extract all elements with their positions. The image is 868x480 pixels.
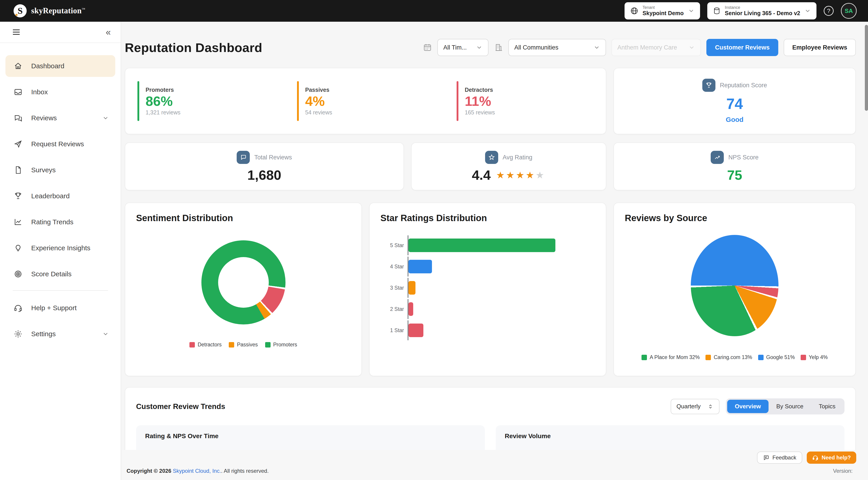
reputation-score-card: Reputation Score 74 Good [614, 68, 856, 134]
total-reviews-card: Total Reviews 1,680 [125, 143, 404, 190]
avg-rating-value: 4.4 [472, 169, 491, 182]
trends-tabs: Overview By Source Topics [726, 398, 844, 414]
chevron-down-icon [593, 44, 600, 51]
chevron-down-icon [476, 44, 483, 51]
source-legend: A Place for Mom 32% Caring.com 13% Googl… [625, 354, 844, 360]
avatar[interactable]: SA [841, 3, 857, 19]
topbar-right: Tenant Skypoint Demo Instance Senior Liv… [625, 2, 857, 20]
tenant-selector[interactable]: Tenant Skypoint Demo [625, 2, 700, 20]
sidebar-item-inbox[interactable]: Inbox [5, 81, 115, 103]
communities-filter-select[interactable]: All Communities [508, 39, 606, 56]
gear-icon [13, 329, 23, 338]
legend-item[interactable]: Promoters [265, 342, 297, 348]
help-icon[interactable]: ? [824, 6, 834, 16]
main-content: Reputation Dashboard All Tim... [121, 22, 868, 480]
bar-2-star[interactable] [408, 302, 413, 316]
copyright-text: Copyright © 2026 Skypoint Cloud, Inc.. A… [127, 468, 269, 474]
chevron-down-icon [102, 115, 109, 121]
sidebar-item-score-details[interactable]: Score Details [5, 263, 115, 285]
tab-by-source[interactable]: By Source [769, 400, 811, 413]
instance-selector[interactable]: Instance Senior Living 365 - Demo v2 [707, 2, 816, 20]
bar-row: 4 Star [380, 260, 592, 273]
need-help-button[interactable]: Need help? [807, 451, 856, 464]
legend-item[interactable]: Yelp 4% [801, 354, 828, 360]
hamburger-menu-icon[interactable] [12, 28, 21, 37]
feedback-button[interactable]: Feedback [757, 451, 802, 464]
headset-icon [13, 303, 23, 312]
logo-dot [16, 14, 18, 16]
community-filter-select-disabled: Anthem Memory Care [612, 39, 701, 56]
bar-row: 2 Star [380, 302, 592, 316]
legend-item[interactable]: Google 51% [758, 354, 795, 360]
sidebar-item-reviews[interactable]: Reviews [5, 107, 115, 129]
sidebar-item-settings[interactable]: Settings [5, 323, 115, 345]
legend-item[interactable]: A Place for Mom 32% [642, 354, 700, 360]
sentiment-donut-chart[interactable] [202, 240, 285, 325]
chevron-down-icon [804, 7, 811, 14]
bar-5-star[interactable] [408, 239, 555, 252]
page-title: Reputation Dashboard [125, 40, 262, 55]
filters-bar: All Tim... All Communities Anthem Memory… [423, 39, 856, 56]
instance-label: Instance [725, 5, 800, 10]
trademark: ™ [82, 7, 85, 11]
detractors-bar [457, 81, 458, 121]
chevron-down-icon [688, 7, 694, 14]
sentiment-legend: Detractors Passives Promoters [136, 342, 350, 348]
brand-name: skyReputation™ [31, 6, 85, 16]
star-ratings-bar-chart: 5 Star 4 Star 3 Star 2 Star 1 Star [380, 239, 595, 337]
sidebar-item-leaderboard[interactable]: Leaderboard [5, 185, 115, 207]
inbox-icon [13, 88, 23, 96]
sidebar-item-dashboard[interactable]: Dashboard [5, 55, 115, 77]
avg-rating-card: Avg Rating 4.4 ★★★★★ [411, 143, 606, 190]
legend-item[interactable]: Passives [229, 342, 258, 348]
passives-stat: Passives 4% 54 reviews [286, 81, 445, 121]
chevron-down-icon [102, 331, 109, 337]
chat-bubble-badge-icon [237, 151, 250, 164]
feedback-bubble-icon [763, 454, 769, 461]
sidebar: « Dashboard Inbox Reviews Re [0, 22, 121, 480]
bar-3-star[interactable] [408, 281, 415, 295]
sidebar-item-experience-insights[interactable]: Experience Insights [5, 237, 115, 259]
reputation-score-status: Good [726, 116, 743, 123]
brand-logo[interactable]: S skyReputation™ [13, 4, 85, 18]
customer-reviews-tab[interactable]: Customer Reviews [706, 39, 778, 56]
reviews-by-source-pie-chart[interactable] [691, 235, 778, 336]
legend-item[interactable]: Detractors [189, 342, 221, 348]
legend-item[interactable]: Caring.com 13% [706, 354, 752, 360]
bar-1-star[interactable] [408, 324, 423, 337]
star-rating-icons: ★★★★★ [496, 171, 546, 180]
trends-title: Customer Review Trends [136, 402, 225, 411]
app-root: S skyReputation™ Tenant Skypoint Demo In… [0, 0, 868, 480]
tab-topics[interactable]: Topics [811, 400, 843, 413]
promoters-bar [137, 81, 139, 121]
star-badge-icon [485, 151, 498, 164]
bar-row: 1 Star [380, 324, 592, 337]
bar-4-star[interactable] [408, 260, 432, 273]
tenant-label: Tenant [643, 5, 684, 10]
vertical-scrollbar[interactable] [865, 25, 868, 111]
sidebar-collapse-icon[interactable]: « [106, 28, 111, 37]
promoters-stat: Promoters 86% 1,321 reviews [126, 81, 286, 121]
time-filter-select[interactable]: All Tim... [437, 39, 489, 56]
tab-overview[interactable]: Overview [727, 400, 769, 413]
shell: « Dashboard Inbox Reviews Re [0, 22, 868, 480]
tenant-value: Skypoint Demo [643, 10, 684, 17]
period-select[interactable]: Quarterly [671, 399, 719, 414]
sidebar-item-help-support[interactable]: Help + Support [5, 297, 115, 319]
sidebar-item-surveys[interactable]: Surveys [5, 159, 115, 181]
lightbulb-icon [13, 243, 23, 252]
employee-reviews-tab[interactable]: Employee Reviews [784, 39, 856, 56]
sidebar-nav: Dashboard Inbox Reviews Request Reviews [0, 43, 121, 349]
passives-bar [297, 81, 299, 121]
sidebar-item-rating-trends[interactable]: Rating Trends [5, 211, 115, 233]
chevron-down-icon [688, 44, 695, 51]
document-icon [13, 166, 23, 175]
nps-score-card: NPS Score 75 [614, 143, 856, 190]
sidebar-item-request-reviews[interactable]: Request Reviews [5, 133, 115, 155]
page-header: Reputation Dashboard All Tim... [125, 39, 856, 56]
instance-value: Senior Living 365 - Demo v2 [725, 10, 800, 17]
total-reviews-value: 1,680 [247, 169, 281, 182]
trend-up-badge-icon [711, 151, 724, 164]
sidebar-header: « [0, 22, 121, 43]
company-link[interactable]: Skypoint Cloud, Inc. [173, 468, 221, 474]
